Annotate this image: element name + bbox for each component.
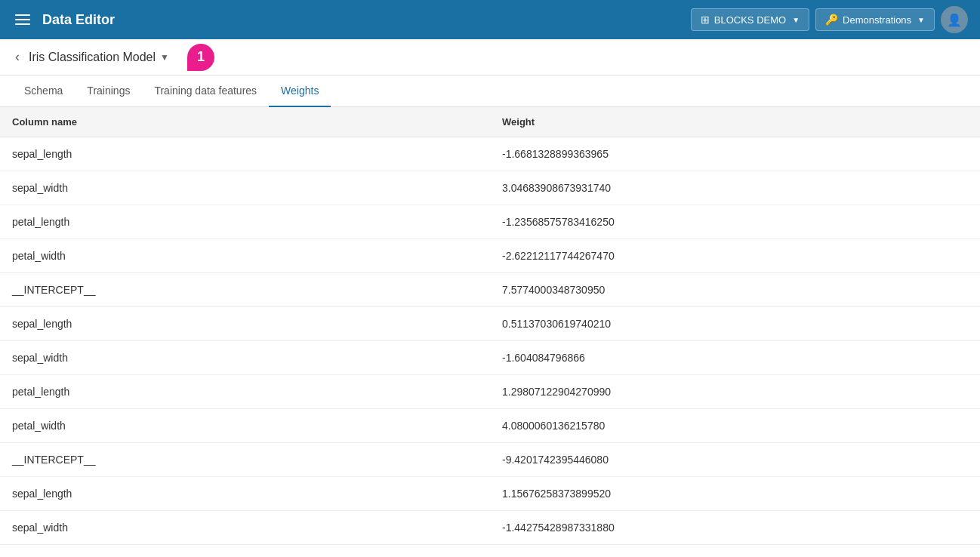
table-row: __INTERCEPT__-9.4201742395446080 <box>0 443 980 477</box>
cell-column-name: petal_length <box>0 375 490 409</box>
table-row: sepal_width3.04683908673931740 <box>0 171 980 205</box>
tabs-bar: Schema Trainings Training data features … <box>0 75 980 107</box>
table-row: sepal_length1.15676258373899520 <box>0 477 980 511</box>
table-row: sepal_width-1.604084796866 <box>0 341 980 375</box>
weight-header: Weight <box>490 107 980 137</box>
model-title-text: Iris Classification Model <box>29 51 156 64</box>
table-row: petal_length1.29807122904270990 <box>0 375 980 409</box>
demonstrations-label: Demonstrations <box>843 14 911 26</box>
table-row: __INTERCEPT__7.5774000348730950 <box>0 273 980 307</box>
demonstrations-button[interactable]: 🔑 Demonstrations ▼ <box>815 8 935 31</box>
cell-column-name: petal_length <box>0 205 490 239</box>
cell-weight: -1.23568575783416250 <box>490 205 980 239</box>
table-row: sepal_length0.51137030619740210 <box>0 307 980 341</box>
table-row: petal_width-2.62212117744267470 <box>0 239 980 273</box>
cell-weight: 7.5774000348730950 <box>490 273 980 307</box>
badge-number: 1 <box>197 49 205 65</box>
blocks-demo-button[interactable]: ⊞ BLOCKS DEMO ▼ <box>691 8 809 31</box>
cell-column-name: sepal_length <box>0 137 490 171</box>
cell-weight: -1.6681328899363965 <box>490 137 980 171</box>
cell-weight: 0.51137030619740210 <box>490 307 980 341</box>
cell-weight: 1.15676258373899520 <box>490 477 980 511</box>
model-title-caret[interactable]: ▼ <box>160 52 169 63</box>
tab-schema[interactable]: Schema <box>12 75 75 107</box>
blocks-demo-chevron: ▼ <box>792 16 800 24</box>
hamburger-menu[interactable] <box>12 11 33 28</box>
cell-column-name: sepal_width <box>0 341 490 375</box>
user-avatar[interactable]: 👤 <box>941 6 968 33</box>
demonstrations-chevron: ▼ <box>917 16 925 24</box>
blocks-demo-label: BLOCKS DEMO <box>714 14 786 26</box>
cell-column-name: sepal_width <box>0 171 490 205</box>
cell-weight: -2.62212117744267470 <box>490 239 980 273</box>
cell-weight: 4.0800060136215780 <box>490 409 980 443</box>
avatar-icon: 👤 <box>947 13 962 27</box>
cell-weight: -1.44275428987331880 <box>490 511 980 545</box>
cell-weight: -9.4201742395446080 <box>490 443 980 477</box>
cell-weight: 1.29807122904270990 <box>490 375 980 409</box>
cell-column-name: sepal_length <box>0 307 490 341</box>
weights-table: Column name Weight sepal_length-1.668132… <box>0 107 980 555</box>
notification-badge: 1 <box>187 44 214 71</box>
tab-trainings[interactable]: Trainings <box>75 75 142 107</box>
table-row: sepal_length-1.6681328899363965 <box>0 137 980 171</box>
back-button[interactable]: ‹ <box>12 46 23 68</box>
table-row: petal_width4.0800060136215780 <box>0 409 980 443</box>
table-row: sepal_width-1.44275428987331880 <box>0 511 980 545</box>
cell-weight: -1.604084796866 <box>490 341 980 375</box>
navbar: Data Editor ⊞ BLOCKS DEMO ▼ 🔑 Demonstrat… <box>0 0 980 39</box>
tab-weights[interactable]: Weights <box>269 75 331 107</box>
subheader: ‹ Iris Classification Model ▼ 1 <box>0 39 980 75</box>
table-row: petal_length-0.06238547120854650 <box>0 545 980 555</box>
tab-training-data-features[interactable]: Training data features <box>142 75 269 107</box>
cell-column-name: __INTERCEPT__ <box>0 443 490 477</box>
cell-column-name: petal_width <box>0 409 490 443</box>
table-row: petal_length-1.23568575783416250 <box>0 205 980 239</box>
navbar-right: ⊞ BLOCKS DEMO ▼ 🔑 Demonstrations ▼ 👤 <box>691 6 968 33</box>
badge-container: 1 <box>187 44 214 71</box>
model-title-container: Iris Classification Model ▼ <box>29 51 169 64</box>
cell-column-name: petal_length <box>0 545 490 555</box>
cell-weight: 3.04683908673931740 <box>490 171 980 205</box>
weights-table-container: Column name Weight sepal_length-1.668132… <box>0 107 980 555</box>
cell-column-name: __INTERCEPT__ <box>0 273 490 307</box>
table-body: sepal_length-1.6681328899363965sepal_wid… <box>0 137 980 555</box>
column-name-header: Column name <box>0 107 490 137</box>
app-title: Data Editor <box>42 12 682 28</box>
table-header: Column name Weight <box>0 107 980 137</box>
cell-column-name: sepal_width <box>0 511 490 545</box>
cell-weight: -0.06238547120854650 <box>490 545 980 555</box>
grid-icon: ⊞ <box>701 14 710 26</box>
cell-column-name: petal_width <box>0 239 490 273</box>
cell-column-name: sepal_length <box>0 477 490 511</box>
key-icon: 🔑 <box>825 14 838 26</box>
